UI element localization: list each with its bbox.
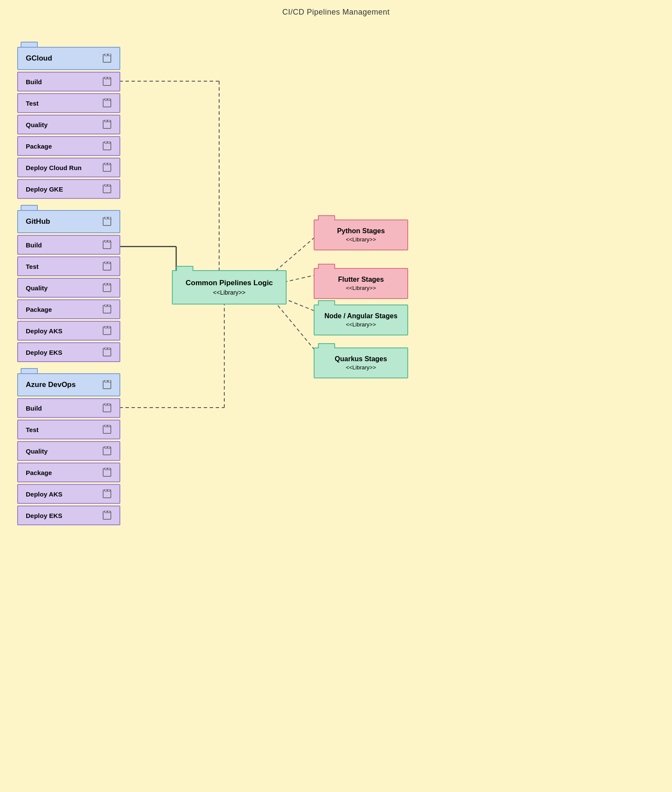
svg-rect-27 xyxy=(108,163,110,165)
quarkus-stages-box: Quarkus Stages <<Library>> xyxy=(314,347,408,378)
svg-rect-53 xyxy=(105,380,107,382)
gcloud-build-icon xyxy=(102,77,112,86)
github-deploy-eks-label: Deploy EKS xyxy=(26,349,62,356)
github-deploy-eks: Deploy EKS xyxy=(17,342,120,362)
svg-rect-71 xyxy=(105,511,107,513)
azure-quality-icon xyxy=(102,446,112,456)
azure-test-icon xyxy=(102,425,112,434)
github-quality-icon xyxy=(102,283,112,292)
svg-rect-51 xyxy=(108,347,110,350)
azure-package-label: Package xyxy=(26,469,52,476)
azure-deploy-eks-label: Deploy EKS xyxy=(26,512,62,519)
svg-rect-24 xyxy=(108,141,110,143)
gcloud-ear xyxy=(21,42,38,47)
azure-deploy-aks-label: Deploy AKS xyxy=(26,490,62,498)
github-package-label: Package xyxy=(26,306,52,313)
quarkus-stages-sub: <<Library>> xyxy=(324,364,398,371)
gcloud-label: GCloud xyxy=(26,54,52,63)
svg-rect-41 xyxy=(105,283,107,285)
gcloud-test: Test xyxy=(17,93,120,113)
svg-rect-68 xyxy=(105,489,107,491)
svg-rect-50 xyxy=(105,347,107,350)
svg-rect-23 xyxy=(105,141,107,143)
gcloud-build: Build xyxy=(17,72,120,91)
azure-test-label: Test xyxy=(26,426,39,433)
gcloud-quality-icon xyxy=(102,120,112,129)
node-stages-ear xyxy=(318,300,335,305)
github-test-icon xyxy=(102,262,112,271)
svg-rect-29 xyxy=(105,184,107,186)
gcloud-package-icon xyxy=(102,141,112,151)
github-test-label: Test xyxy=(26,263,39,270)
svg-rect-18 xyxy=(108,98,110,101)
svg-rect-69 xyxy=(108,489,110,491)
gcloud-icon xyxy=(102,54,112,63)
github-icon xyxy=(102,217,112,226)
gcloud-deploy-gke-label: Deploy GKE xyxy=(26,186,63,193)
svg-rect-33 xyxy=(108,217,111,219)
github-deploy-aks-icon xyxy=(102,326,112,335)
github-ear xyxy=(21,205,38,210)
page-title: CI/CD Pipelines Management xyxy=(0,0,672,21)
github-build-icon xyxy=(102,240,112,250)
github-group: GitHub Build Test xyxy=(17,210,120,362)
svg-rect-21 xyxy=(108,120,110,122)
azure-deploy-eks-icon xyxy=(102,511,112,520)
azure-group: Azure DevOps Build Test xyxy=(17,373,120,525)
svg-rect-54 xyxy=(108,380,111,382)
gcloud-test-label: Test xyxy=(26,100,39,107)
azure-deploy-eks: Deploy EKS xyxy=(17,506,120,525)
github-header: GitHub xyxy=(17,210,120,233)
python-stages-box: Python Stages <<Library>> xyxy=(314,219,408,250)
azure-build-icon xyxy=(102,403,112,413)
svg-rect-72 xyxy=(108,511,110,513)
flutter-stages-label: Flutter Stages xyxy=(324,276,398,283)
svg-rect-45 xyxy=(108,305,110,307)
svg-rect-36 xyxy=(108,240,110,242)
svg-rect-20 xyxy=(105,120,107,122)
svg-rect-57 xyxy=(108,403,110,405)
svg-rect-66 xyxy=(108,468,110,470)
quarkus-stages-ear xyxy=(318,343,335,348)
svg-rect-38 xyxy=(105,262,107,264)
svg-rect-63 xyxy=(108,446,110,448)
azure-quality-label: Quality xyxy=(26,448,48,455)
svg-rect-11 xyxy=(105,54,107,56)
azure-ear xyxy=(21,368,38,373)
svg-rect-14 xyxy=(105,77,107,79)
gcloud-header: GCloud xyxy=(17,47,120,70)
github-quality-label: Quality xyxy=(26,284,48,292)
github-quality: Quality xyxy=(17,278,120,298)
gcloud-deploy-gke-icon xyxy=(102,184,112,194)
svg-rect-59 xyxy=(105,425,107,427)
gcloud-quality-label: Quality xyxy=(26,121,48,128)
azure-quality: Quality xyxy=(17,441,120,461)
gcloud-deploy-cloud-run-label: Deploy Cloud Run xyxy=(26,164,82,171)
gcloud-package-label: Package xyxy=(26,143,52,150)
svg-rect-17 xyxy=(105,98,107,101)
node-stages-sub: <<Library>> xyxy=(324,321,398,328)
azure-build: Build xyxy=(17,398,120,418)
python-stages-ear xyxy=(318,215,335,220)
azure-deploy-aks: Deploy AKS xyxy=(17,484,120,504)
svg-rect-65 xyxy=(105,468,107,470)
gcloud-deploy-gke: Deploy GKE xyxy=(17,179,120,199)
azure-build-label: Build xyxy=(26,405,42,412)
azure-package-icon xyxy=(102,468,112,477)
common-library-label: Common Pipelines Logic xyxy=(186,279,273,287)
github-test: Test xyxy=(17,256,120,276)
diagram-area: GCloud Build Test xyxy=(0,21,672,792)
gcloud-deploy-cloud-run: Deploy Cloud Run xyxy=(17,158,120,177)
svg-rect-56 xyxy=(105,403,107,405)
svg-rect-39 xyxy=(108,262,110,264)
github-deploy-eks-icon xyxy=(102,347,112,357)
svg-rect-62 xyxy=(105,446,107,448)
azure-deploy-aks-icon xyxy=(102,489,112,499)
svg-rect-30 xyxy=(108,184,110,186)
svg-rect-60 xyxy=(108,425,110,427)
github-package-icon xyxy=(102,305,112,314)
quarkus-stages-label: Quarkus Stages xyxy=(324,355,398,363)
azure-test: Test xyxy=(17,420,120,439)
gcloud-group: GCloud Build Test xyxy=(17,47,120,199)
github-deploy-aks-label: Deploy AKS xyxy=(26,327,62,335)
